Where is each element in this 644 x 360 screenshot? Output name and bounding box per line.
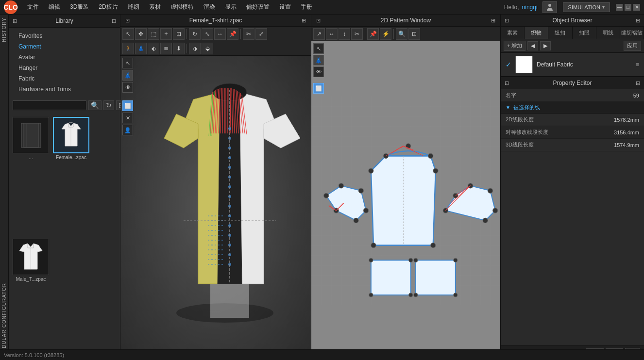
list-item[interactable]: Female...zpac (53, 117, 89, 235)
library-popout-icon[interactable]: ⊡ (112, 18, 116, 24)
pattern-tool-1[interactable]: ↖ (313, 43, 324, 54)
tool-scale[interactable]: ⤡ (202, 28, 213, 40)
menu-2dpattern[interactable]: 2D板片 (95, 1, 121, 13)
garment-3d-view[interactable]: ↖ 👗 👁 ⬜ ✕ 👤 (120, 56, 311, 360)
tool-2d-sew[interactable]: ⚡ (380, 28, 391, 40)
lib-thumb-male[interactable] (13, 239, 49, 275)
menu-file[interactable]: 文件 (23, 1, 43, 13)
tool-transform[interactable]: ⊡ (173, 28, 185, 40)
tool-box-select[interactable]: ⬚ (148, 28, 159, 40)
tool-pin[interactable]: 📌 (227, 28, 238, 40)
nav-garment[interactable]: Garment (14, 41, 115, 52)
pattern-tool-4[interactable]: ⬜ (313, 83, 324, 94)
viewport-3d-popout-icon[interactable]: ⊞ (302, 17, 306, 24)
pattern-2d-content[interactable]: ↖ 👗 👁 ⬜ (311, 41, 500, 360)
tool-view2[interactable]: ⬙ (202, 43, 213, 54)
tool-gravity[interactable]: ⬇ (173, 43, 185, 54)
menu-3dgarment[interactable]: 3D服装 (66, 1, 93, 13)
nav-avatar[interactable]: Avatar (14, 52, 115, 63)
pattern-tool-2[interactable]: 👗 (313, 55, 324, 65)
view-tool-1[interactable]: ↖ (122, 58, 133, 68)
tool-select[interactable]: ↖ (122, 28, 134, 40)
close-button[interactable]: ✕ (633, 4, 640, 11)
viewport-3d-content[interactable]: ↖ 👗 👁 ⬜ ✕ 👤 (120, 56, 311, 360)
view-tool-2[interactable]: 👗 (122, 70, 133, 81)
tool-rotate[interactable]: ↻ (189, 28, 201, 40)
tab-明线[interactable]: 明线 (596, 27, 620, 39)
fabric-item-default[interactable]: ✓ Default Fabric ≡ (501, 53, 644, 76)
view-tool-4[interactable]: ⬜ (122, 100, 133, 111)
toolbar-3d-row1: ↖ ✥ ⬚ ＋ ⊡ ↻ ⤡ ↔ 📌 ✂ ⤢ (120, 27, 311, 41)
minimize-button[interactable]: — (616, 4, 623, 11)
list-item[interactable]: Male_T...zpac (13, 239, 49, 357)
view-tool-3[interactable]: 👁 (122, 82, 133, 93)
refresh-icon[interactable]: ↻ (103, 100, 114, 110)
history-label[interactable]: HISTORY (1, 15, 7, 45)
pattern-tool-3[interactable]: 👁 (313, 66, 324, 77)
tool-2d-move[interactable]: ↔ (326, 28, 338, 40)
tool-2d-cut[interactable]: ✂ (351, 28, 363, 40)
tool-cut[interactable]: ✂ (243, 28, 254, 40)
view-tool-6[interactable]: 👤 (122, 125, 133, 135)
maximize-button[interactable]: □ (625, 4, 631, 11)
tool-fold[interactable]: ⤢ (255, 28, 267, 40)
menu-help[interactable]: 手册 (297, 1, 316, 13)
modular-configurator-label[interactable]: MODULAR CONFIGURATOR (1, 280, 7, 360)
tab-缝纫褶皱[interactable]: 缝纫褶皱 (620, 27, 644, 39)
view-tool-5[interactable]: ✕ (122, 113, 133, 123)
menu-display[interactable]: 显示 (221, 1, 240, 13)
lib-thumb-back[interactable] (13, 117, 49, 153)
tool-2d-measure[interactable]: ↕ (339, 28, 350, 40)
obj-browser-popout-icon[interactable]: ⊞ (636, 17, 640, 24)
nav-favorites[interactable]: Favorites (14, 31, 115, 41)
library-title: Library (55, 17, 73, 24)
menu-preferences[interactable]: 偏好设置 (242, 1, 273, 13)
menu-settings[interactable]: 设置 (275, 1, 295, 13)
fabric-settings-icon[interactable]: ≡ (636, 61, 639, 68)
tool-view1[interactable]: ⬗ (189, 43, 201, 54)
tool-wind[interactable]: ≋ (160, 43, 172, 54)
nav-hanger[interactable]: Hanger (14, 63, 115, 73)
tool-measure[interactable]: ↔ (214, 28, 226, 40)
viewport-3d-header: ⊡ Female_T-shirt.zpac ⊞ (120, 15, 311, 27)
tool-2d-zoom[interactable]: 🔍 (396, 28, 407, 40)
tool-garment[interactable]: 👗 (135, 43, 147, 54)
next-button[interactable]: ▶ (540, 41, 551, 50)
search-icon[interactable]: 🔍 (88, 100, 102, 110)
tab-扣眼[interactable]: 扣眼 (573, 27, 596, 39)
tool-2d-select[interactable]: ↗ (313, 28, 325, 40)
viewport-2d-popout-icon[interactable]: ⊞ (491, 17, 495, 24)
add-fabric-button[interactable]: + 增加 (504, 41, 525, 51)
tool-move[interactable]: ✥ (135, 28, 147, 40)
tool-pose[interactable]: ⬖ (148, 43, 159, 54)
simulation-button[interactable]: SIMULATION ▾ (563, 2, 610, 12)
obj-browser-expand-icon[interactable]: ⊡ (505, 17, 509, 24)
menu-edit[interactable]: 编辑 (45, 1, 64, 13)
menu-material[interactable]: 素材 (145, 1, 165, 13)
menu-sewing[interactable]: 缝纫 (124, 1, 143, 13)
viewport-2d-expand-icon[interactable]: ⊡ (316, 17, 321, 24)
tool-2d-pin[interactable]: 📌 (367, 28, 379, 40)
tab-纽扣[interactable]: 纽扣 (548, 27, 572, 39)
prop-editor-popout-icon[interactable]: ⊞ (636, 80, 640, 86)
prev-button[interactable]: ◀ (527, 41, 538, 50)
tool-add[interactable]: ＋ (160, 28, 172, 40)
library-expand-icon[interactable]: ⊞ (13, 18, 17, 24)
tool-2d-fit[interactable]: ⊡ (408, 28, 420, 40)
menu-render[interactable]: 渲染 (200, 1, 219, 13)
tab-素素[interactable]: 素素 (501, 27, 525, 39)
prop-section-selected-line[interactable]: ▼ 被选择的线 (501, 102, 644, 114)
viewport-3d-expand-icon[interactable]: ⊡ (125, 17, 130, 24)
tab-织物[interactable]: 织物 (525, 27, 548, 39)
prop-editor-expand-icon[interactable]: ⊡ (505, 80, 509, 86)
lib-thumb-female[interactable] (53, 117, 89, 153)
nav-hardware-trims[interactable]: Hardware and Trims (14, 84, 115, 95)
avatar-icon[interactable] (542, 1, 557, 13)
window-controls: — □ ✕ (616, 4, 640, 11)
list-item[interactable]: ... (13, 117, 49, 235)
tool-avatar[interactable]: 🚶 (122, 43, 134, 54)
search-input[interactable] (13, 100, 86, 110)
apply-button[interactable]: 应用 (624, 41, 641, 51)
nav-fabric[interactable]: Fabric (14, 73, 115, 84)
menu-avatar[interactable]: 虚拟模特 (167, 1, 198, 13)
